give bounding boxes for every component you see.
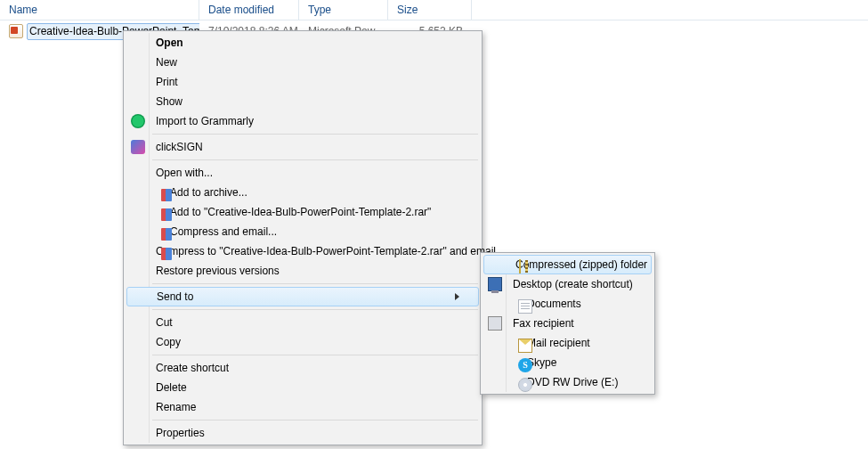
column-type-label: Type: [308, 4, 331, 16]
sendto-skype-label: Skype: [527, 356, 633, 369]
zip-folder-icon: [519, 259, 521, 273]
menu-send-to[interactable]: Send to: [126, 287, 479, 306]
menu-separator: [152, 355, 478, 355]
column-size[interactable]: Size: [388, 0, 472, 20]
menu-properties-label: Properties: [156, 427, 460, 439]
skype-icon: [518, 358, 532, 372]
menu-separator: [152, 309, 478, 310]
column-date[interactable]: Date modified: [199, 0, 299, 20]
menu-show[interactable]: Show: [126, 92, 480, 111]
menu-cut-label: Cut: [156, 316, 460, 329]
menu-new-label: New: [156, 56, 460, 69]
sendto-mail[interactable]: Mail recipient: [483, 333, 653, 353]
menu-create-shortcut-label: Create shortcut: [156, 362, 460, 374]
context-menu: Open New Print Show Import to Grammarly …: [123, 30, 483, 445]
menu-separator: [152, 159, 478, 160]
menu-open-label: Open: [156, 37, 460, 49]
menu-compress-and-email-label: Compress and email...: [170, 225, 460, 238]
column-type[interactable]: Type: [299, 0, 388, 20]
archive-icon: [161, 208, 175, 222]
fax-icon: [488, 316, 502, 331]
menu-import-grammarly-label: Import to Grammarly: [156, 115, 460, 127]
menu-copy[interactable]: Copy: [126, 332, 480, 352]
sendto-mail-label: Mail recipient: [527, 337, 633, 349]
powerpoint-file-icon: [9, 24, 23, 38]
sendto-desktop-label: Desktop (create shortcut): [513, 278, 633, 290]
menu-add-to-named-archive[interactable]: Add to "Creative-Idea-Bulb-PowerPoint-Te…: [126, 202, 480, 222]
sendto-dvd[interactable]: DVD RW Drive (E:): [483, 372, 653, 392]
menu-send-to-label: Send to: [157, 290, 448, 303]
menu-restore-previous[interactable]: Restore previous versions: [126, 261, 480, 281]
column-size-label: Size: [397, 4, 418, 16]
menu-compress-named-and-email[interactable]: Compress to "Creative-Idea-Bulb-PowerPoi…: [126, 241, 480, 261]
menu-open[interactable]: Open: [126, 33, 480, 53]
documents-icon: [518, 299, 532, 314]
sendto-documents-label: Documents: [527, 298, 633, 310]
menu-print[interactable]: Print: [126, 72, 480, 92]
desktop-icon: [488, 277, 502, 291]
column-name-label: Name: [9, 4, 37, 16]
menu-clicksign-label: clickSIGN: [156, 141, 460, 153]
sendto-documents[interactable]: Documents: [483, 294, 653, 314]
column-header-bar: Name Date modified Type Size: [0, 0, 868, 20]
menu-add-to-archive-label: Add to archive...: [170, 186, 460, 199]
clicksign-icon: [131, 140, 145, 154]
sendto-compressed[interactable]: Compressed (zipped) folder: [483, 255, 652, 274]
menu-new[interactable]: New: [126, 53, 480, 72]
sendto-fax-label: Fax recipient: [513, 317, 633, 330]
menu-compress-named-and-email-label: Compress to "Creative-Idea-Bulb-PowerPoi…: [156, 245, 496, 257]
menu-add-to-named-archive-label: Add to "Creative-Idea-Bulb-PowerPoint-Te…: [170, 206, 460, 218]
dvd-drive-icon: [518, 378, 532, 392]
sendto-fax[interactable]: Fax recipient: [483, 314, 653, 333]
menu-rename-label: Rename: [156, 401, 460, 413]
column-date-label: Date modified: [208, 4, 274, 16]
menu-properties[interactable]: Properties: [126, 423, 480, 443]
sendto-dvd-label: DVD RW Drive (E:): [527, 376, 633, 388]
submenu-arrow-icon: [455, 293, 459, 300]
menu-separator: [152, 134, 478, 135]
mail-icon: [518, 339, 532, 353]
sendto-compressed-label: Compressed (zipped) folder: [515, 258, 647, 271]
menu-add-to-archive[interactable]: Add to archive...: [126, 183, 480, 202]
column-name[interactable]: Name: [0, 0, 199, 20]
menu-separator: [152, 420, 478, 420]
menu-create-shortcut[interactable]: Create shortcut: [126, 358, 480, 378]
send-to-submenu: Compressed (zipped) folder Desktop (crea…: [480, 252, 655, 395]
menu-import-grammarly[interactable]: Import to Grammarly: [126, 111, 480, 131]
archive-icon: [161, 227, 175, 241]
menu-separator: [152, 283, 478, 284]
menu-delete[interactable]: Delete: [126, 378, 480, 397]
menu-open-with[interactable]: Open with...: [126, 163, 480, 183]
menu-compress-and-email[interactable]: Compress and email...: [126, 222, 480, 241]
menu-delete-label: Delete: [156, 381, 460, 394]
menu-clicksign[interactable]: clickSIGN: [126, 137, 480, 157]
menu-open-with-label: Open with...: [156, 167, 460, 179]
menu-print-label: Print: [156, 76, 460, 88]
menu-cut[interactable]: Cut: [126, 313, 480, 332]
menu-copy-label: Copy: [156, 336, 460, 348]
menu-show-label: Show: [156, 95, 460, 108]
archive-icon: [161, 188, 175, 202]
sendto-desktop[interactable]: Desktop (create shortcut): [483, 274, 653, 294]
menu-rename[interactable]: Rename: [126, 397, 480, 417]
sendto-skype[interactable]: Skype: [483, 353, 653, 372]
menu-restore-previous-label: Restore previous versions: [156, 265, 460, 277]
grammarly-icon: [131, 114, 145, 128]
